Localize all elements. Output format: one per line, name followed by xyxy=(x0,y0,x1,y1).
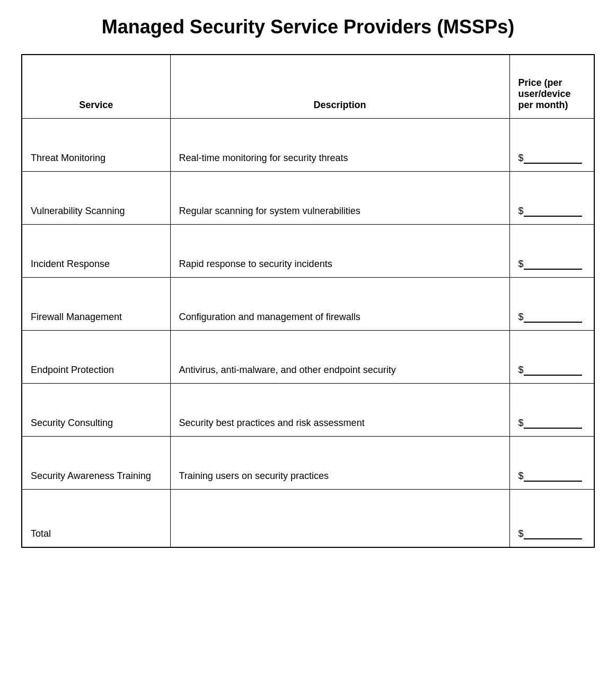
price-prefix: $ xyxy=(518,206,524,216)
header-price: Price (per user/device per month) xyxy=(509,55,594,118)
cell-price: $ xyxy=(509,224,594,277)
cell-service: Security Awareness Training xyxy=(22,436,170,489)
price-input-line xyxy=(524,257,582,270)
total-price-prefix: $ xyxy=(518,528,524,539)
price-prefix: $ xyxy=(518,471,524,481)
cell-price: $ xyxy=(509,436,594,489)
header-description: Description xyxy=(170,55,509,118)
table-row: Vulnerability ScanningRegular scanning f… xyxy=(22,171,594,224)
total-description xyxy=(170,489,509,547)
table-row: Incident ResponseRapid response to secur… xyxy=(22,224,594,277)
price-input-line xyxy=(524,151,582,164)
cell-service: Firewall Management xyxy=(22,277,170,330)
table-header-row: Service Description Price (per user/devi… xyxy=(22,55,594,118)
total-label: Total xyxy=(22,489,170,547)
table-row: Security ConsultingSecurity best practic… xyxy=(22,383,594,436)
cell-price: $ xyxy=(509,118,594,171)
header-service: Service xyxy=(22,55,170,118)
price-prefix: $ xyxy=(518,312,524,322)
cell-description: Rapid response to security incidents xyxy=(170,224,509,277)
cell-description: Configuration and management of firewall… xyxy=(170,277,509,330)
price-prefix: $ xyxy=(518,153,524,163)
cell-description: Security best practices and risk assessm… xyxy=(170,383,509,436)
table-row: Threat MonitoringReal-time monitoring fo… xyxy=(22,118,594,171)
cell-service: Endpoint Protection xyxy=(22,330,170,383)
cell-price: $ xyxy=(509,277,594,330)
total-price: $ xyxy=(509,489,594,547)
total-price-input-line xyxy=(524,527,582,539)
price-prefix: $ xyxy=(518,418,524,428)
price-input-line xyxy=(524,204,582,217)
mssp-table: Service Description Price (per user/devi… xyxy=(21,54,595,548)
total-row: Total$ xyxy=(22,489,594,547)
page-title: Managed Security Service Providers (MSSP… xyxy=(21,16,595,38)
cell-service: Vulnerability Scanning xyxy=(22,171,170,224)
cell-price: $ xyxy=(509,383,594,436)
price-input-line xyxy=(524,363,582,376)
cell-description: Antivirus, anti-malware, and other endpo… xyxy=(170,330,509,383)
cell-description: Real-time monitoring for security threat… xyxy=(170,118,509,171)
table-row: Security Awareness TrainingTraining user… xyxy=(22,436,594,489)
price-input-line xyxy=(524,416,582,429)
cell-service: Threat Monitoring xyxy=(22,118,170,171)
cell-service: Security Consulting xyxy=(22,383,170,436)
cell-price: $ xyxy=(509,171,594,224)
cell-description: Training users on security practices xyxy=(170,436,509,489)
price-input-line xyxy=(524,469,582,482)
cell-service: Incident Response xyxy=(22,224,170,277)
price-prefix: $ xyxy=(518,259,524,269)
price-prefix: $ xyxy=(518,365,524,375)
table-row: Endpoint ProtectionAntivirus, anti-malwa… xyxy=(22,330,594,383)
cell-description: Regular scanning for system vulnerabilit… xyxy=(170,171,509,224)
price-input-line xyxy=(524,310,582,323)
table-row: Firewall ManagementConfiguration and man… xyxy=(22,277,594,330)
cell-price: $ xyxy=(509,330,594,383)
